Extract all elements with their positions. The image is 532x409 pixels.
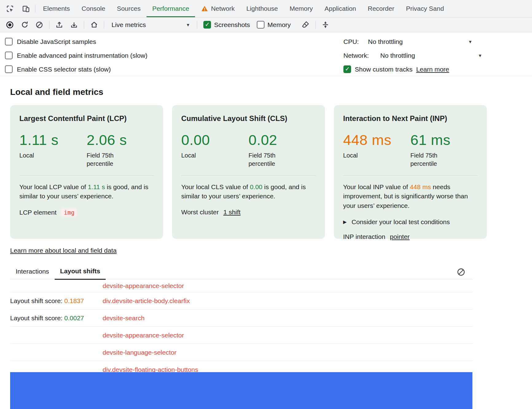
tab-layout-shifts[interactable]: Layout shifts: [55, 267, 106, 280]
warning-icon: [201, 5, 208, 12]
cls-card: Cumulative Layout Shift (CLS) 0.00 Local…: [172, 105, 325, 239]
table-row[interactable]: devsite-appearance-selector: [10, 327, 472, 344]
block-icon: [35, 21, 43, 29]
tab-elements[interactable]: Elements: [37, 0, 76, 17]
network-label: Network:: [343, 52, 380, 59]
clear-button[interactable]: [33, 19, 46, 31]
disable-js-samples-label: Disable JavaScript samples: [17, 38, 96, 45]
cpu-value: No throttling: [368, 38, 403, 45]
cls-local-value: 0.00: [181, 131, 248, 148]
tab-label: Memory: [290, 5, 313, 12]
memory-checkbox[interactable]: [257, 21, 264, 29]
lcp-element-node-chip[interactable]: img: [61, 208, 77, 216]
score-value: 0.0027: [64, 314, 84, 321]
tab-network[interactable]: Network: [195, 0, 241, 17]
tab-label: Elements: [43, 5, 70, 12]
disclosure-triangle-icon: ▶: [343, 219, 347, 225]
live-metrics-view: Local and field metrics Largest Contentf…: [0, 87, 532, 378]
lcp-field-value: 2.06 s: [87, 131, 154, 148]
save-profile-button[interactable]: [67, 19, 81, 31]
divider: [197, 21, 197, 29]
device-toolbar-icon: [22, 5, 30, 13]
desc-highlight: 0.00: [250, 183, 262, 190]
inp-interaction-link[interactable]: pointer: [390, 233, 409, 240]
lcp-local-label: Local: [19, 151, 58, 160]
cls-description: Your local CLS value of 0.00 is good, an…: [181, 182, 316, 201]
network-throttling-select[interactable]: Network: No throttling ▼: [343, 49, 491, 62]
inp-card-title: Interaction to Next Paint (INP): [343, 114, 478, 123]
table-row[interactable]: Layout shift score: 0.1837 div.devsite-a…: [10, 292, 472, 310]
node-link[interactable]: div.devsite-article-body.clearfix: [103, 297, 190, 304]
history-dropdown-value: Live metrics: [111, 21, 146, 29]
tab-label: Performance: [152, 5, 189, 12]
download-icon: [70, 21, 78, 29]
advanced-paint-checkbox[interactable]: [5, 52, 13, 59]
inp-field-value: 61 ms: [410, 131, 478, 148]
metrics-heading: Local and field metrics: [10, 87, 532, 97]
worst-cluster-link[interactable]: 1 shift: [223, 208, 241, 216]
node-link[interactable]: devsite-search: [103, 314, 145, 321]
score-label: Layout shift score:: [10, 314, 64, 321]
inp-description: Your local INP value of 448 ms needs imp…: [343, 182, 478, 210]
network-value: No throttling: [380, 52, 415, 59]
table-row[interactable]: Layout shift score: 0.0027 devsite-searc…: [10, 310, 472, 327]
disable-js-samples-checkbox[interactable]: [5, 38, 13, 45]
cpu-throttling-select[interactable]: CPU: No throttling ▼: [343, 35, 491, 49]
inp-local-value: 448 ms: [343, 131, 410, 148]
tab-privacy-sandbox[interactable]: Privacy Sand: [400, 0, 450, 17]
local-test-conditions-expander[interactable]: ▶ Consider your local test conditions: [343, 218, 478, 226]
inspect-button[interactable]: [5, 4, 15, 14]
custom-tracks-learn-more-link[interactable]: Learn more: [416, 66, 449, 73]
lcp-local-value: 1.11 s: [19, 131, 87, 148]
node-link[interactable]: devsite-appearance-selector: [103, 282, 184, 289]
field-data-learn-more-link[interactable]: Learn more about local and field data: [10, 247, 117, 254]
screenshots-checkbox[interactable]: [203, 21, 211, 29]
tab-console[interactable]: Console: [76, 0, 111, 17]
gc-broom-icon: [301, 21, 310, 29]
node-link[interactable]: devsite-language-selector: [103, 349, 176, 356]
desc-text: Your local LCP value of: [19, 183, 88, 190]
device-toolbar-button[interactable]: [21, 4, 31, 14]
node-link[interactable]: devsite-appearance-selector: [103, 332, 184, 339]
load-profile-button[interactable]: [53, 19, 66, 31]
table-row[interactable]: devsite-appearance-selector: [10, 279, 472, 292]
tab-lighthouse[interactable]: Lighthouse: [241, 0, 284, 17]
collect-garbage-button[interactable]: [299, 19, 312, 31]
tab-label: Network: [211, 5, 235, 12]
clear-log-button[interactable]: [456, 267, 466, 277]
chevron-down-icon: ▼: [478, 53, 482, 58]
record-icon: [6, 21, 14, 29]
layout-shifts-log: devsite-appearance-selector Layout shift…: [10, 279, 532, 378]
devtools-tabbar: Elements Console Sources Performance Net…: [0, 0, 532, 18]
record-button[interactable]: [3, 19, 17, 31]
advanced-paint-label: Enable advanced paint instrumentation (s…: [17, 52, 147, 59]
screenshots-label: Screenshots: [214, 21, 250, 29]
cls-local-label: Local: [181, 151, 220, 160]
tab-memory[interactable]: Memory: [284, 0, 319, 17]
live-metrics-home-button[interactable]: [87, 19, 101, 31]
history-dropdown[interactable]: Live metrics ▼: [107, 21, 194, 29]
cls-field-label: Field 75th percentile: [248, 151, 287, 168]
table-row[interactable]: devsite-language-selector: [10, 344, 472, 361]
lcp-element-label: LCP element: [19, 209, 57, 216]
css-selector-stats-label: Enable CSS selector stats (slow): [17, 66, 111, 73]
tab-sources[interactable]: Sources: [111, 0, 147, 17]
log-tabbar: Interactions Layout shifts: [10, 265, 472, 279]
record-and-reload-button[interactable]: [18, 19, 31, 31]
css-selector-stats-checkbox[interactable]: [5, 65, 13, 73]
show-custom-tracks-label: Show custom tracks: [355, 66, 413, 73]
reload-icon: [21, 21, 29, 29]
clear-log-icon: [457, 268, 465, 276]
show-custom-tracks-checkbox[interactable]: [343, 65, 351, 73]
desc-text: Your local INP value of: [343, 183, 410, 190]
capture-settings-toggle-button[interactable]: [319, 19, 332, 31]
divider: [104, 21, 104, 29]
tab-performance[interactable]: Performance: [147, 0, 195, 17]
tab-label: Application: [325, 5, 356, 12]
performance-toolbar: Live metrics ▼ Screenshots Memory: [0, 18, 532, 32]
tab-application[interactable]: Application: [319, 0, 362, 17]
lcp-field-label: Field 75th percentile: [87, 151, 125, 168]
tab-label: Console: [82, 5, 105, 12]
tab-recorder[interactable]: Recorder: [362, 0, 400, 17]
tab-interactions[interactable]: Interactions: [10, 268, 55, 279]
